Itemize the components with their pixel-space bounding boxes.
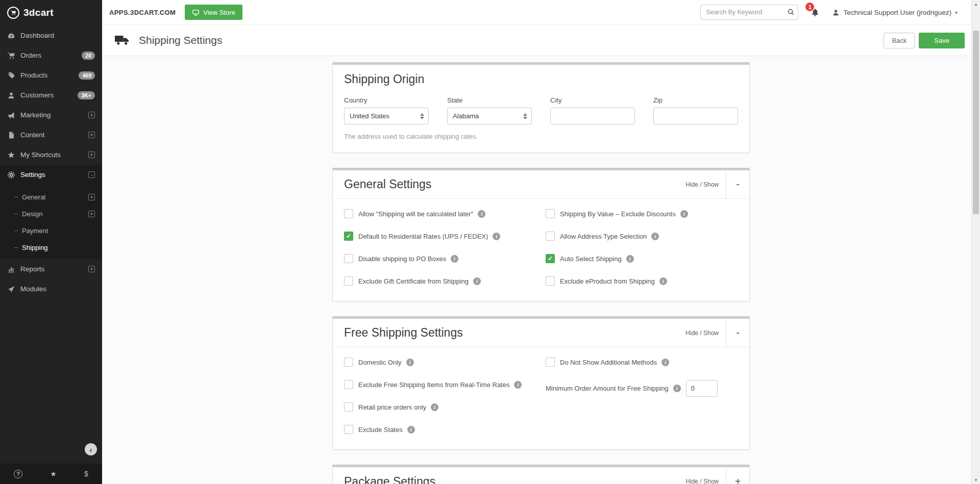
zip-input[interactable] bbox=[653, 108, 738, 124]
sidebar-item-content[interactable]: Content + bbox=[0, 125, 102, 145]
checkbox-label: Allow Address Type Selection bbox=[560, 233, 647, 240]
search-input[interactable] bbox=[700, 5, 798, 20]
info-icon[interactable]: i bbox=[473, 277, 481, 285]
expand-button[interactable]: + bbox=[726, 467, 749, 484]
collapse-button[interactable]: - bbox=[726, 319, 749, 347]
card-controls: Hide / Show - bbox=[685, 319, 749, 347]
expand-icon[interactable]: + bbox=[88, 211, 95, 217]
expand-icon[interactable]: + bbox=[88, 151, 95, 158]
sidebar-item-label: Modules bbox=[20, 285, 46, 293]
info-icon[interactable]: i bbox=[406, 359, 414, 366]
info-icon[interactable]: i bbox=[493, 233, 500, 240]
tags-icon bbox=[7, 71, 15, 80]
checkbox-address-type-selection[interactable] bbox=[546, 232, 555, 241]
checkbox-retail-price-only[interactable] bbox=[344, 402, 353, 412]
sidebar-item-marketing[interactable]: Marketing + bbox=[0, 105, 102, 125]
checkbox-exclude-eproduct[interactable] bbox=[546, 276, 555, 286]
expand-icon[interactable]: + bbox=[88, 132, 95, 138]
city-input[interactable] bbox=[550, 108, 635, 124]
hide-show-toggle[interactable]: Hide / Show bbox=[685, 329, 719, 337]
sidebar-subitem-payment[interactable]: Payment bbox=[0, 222, 102, 239]
checkbox-label: Retail price orders only bbox=[358, 403, 426, 411]
checkbox-row: Shipping By Value – Exclude Discounts i bbox=[546, 209, 738, 218]
card-title: Free Shipping Settings bbox=[344, 326, 463, 340]
info-icon[interactable]: i bbox=[407, 426, 415, 434]
sidebar-item-customers[interactable]: Customers 3K+ bbox=[0, 85, 102, 105]
info-icon[interactable]: i bbox=[680, 210, 688, 218]
sidebar-item-label: Dashboard bbox=[20, 32, 54, 39]
favorites-star-icon[interactable]: ★ bbox=[50, 470, 57, 478]
save-button[interactable]: Save bbox=[919, 33, 965, 48]
vertical-scrollbar[interactable]: ▲ ▼ bbox=[971, 0, 980, 484]
hide-show-toggle[interactable]: Hide / Show bbox=[685, 478, 719, 484]
help-icon[interactable]: ? bbox=[14, 470, 22, 478]
sidebar-collapse-button[interactable]: ‹ bbox=[85, 443, 97, 455]
logo[interactable]: 3dcart bbox=[0, 0, 102, 26]
sidebar-item-label: Reports bbox=[20, 265, 44, 273]
user-menu[interactable]: Technical Support User (jrodriguez) ▾ bbox=[832, 9, 958, 16]
collapse-expand-icon[interactable]: - bbox=[88, 171, 95, 178]
hide-show-toggle[interactable]: Hide / Show bbox=[685, 181, 719, 188]
info-icon[interactable]: i bbox=[451, 255, 458, 263]
logo-text: 3dcart bbox=[23, 7, 54, 18]
zip-field: Zip bbox=[653, 96, 738, 124]
sidebar-item-reports[interactable]: Reports + bbox=[0, 259, 102, 279]
view-store-button[interactable]: View Store bbox=[185, 5, 242, 20]
sidebar-item-settings[interactable]: Settings - bbox=[0, 165, 102, 185]
collapse-button[interactable]: - bbox=[726, 170, 749, 198]
sidebar-item-label: Content bbox=[20, 131, 44, 139]
paper-plane-icon bbox=[7, 285, 15, 293]
main-content: Shipping Origin Country United States St… bbox=[102, 56, 980, 484]
info-icon[interactable]: i bbox=[626, 255, 634, 263]
scrollbar-thumb[interactable] bbox=[973, 31, 979, 214]
person-icon bbox=[7, 91, 15, 99]
checkbox-auto-select-shipping[interactable]: ✓ bbox=[546, 254, 555, 263]
scroll-up-arrow-icon[interactable]: ▲ bbox=[972, 0, 980, 8]
info-icon[interactable]: i bbox=[478, 210, 485, 218]
view-store-label: View Store bbox=[203, 9, 235, 16]
tree-dash bbox=[14, 231, 18, 231]
info-icon[interactable]: i bbox=[659, 277, 667, 285]
tree-dash bbox=[14, 197, 18, 197]
checkbox-exclude-free-shipping-items[interactable] bbox=[344, 380, 353, 389]
checkbox-default-residential[interactable]: ✓ bbox=[344, 232, 353, 241]
info-icon[interactable]: i bbox=[673, 385, 681, 392]
sidebar-item-dashboard[interactable]: Dashboard bbox=[0, 26, 102, 45]
info-icon[interactable]: i bbox=[651, 233, 659, 240]
checkbox-disable-po-boxes[interactable] bbox=[344, 254, 353, 263]
checkbox-exclude-states[interactable] bbox=[344, 425, 353, 434]
checkbox-shipping-by-value[interactable] bbox=[546, 209, 555, 218]
info-icon[interactable]: i bbox=[431, 403, 438, 411]
checkbox-row: Do Not Show Additional Methods i bbox=[546, 358, 738, 367]
checkbox-column-right: Shipping By Value – Exclude Discounts i … bbox=[546, 209, 738, 299]
sidebar-item-label: My Shortcuts bbox=[20, 151, 61, 159]
scroll-down-arrow-icon[interactable]: ▼ bbox=[972, 476, 980, 484]
sidebar-item-products[interactable]: Products 469 bbox=[0, 65, 102, 85]
info-icon[interactable]: i bbox=[514, 381, 522, 389]
sidebar-item-orders[interactable]: Orders 20 bbox=[0, 45, 102, 65]
checkbox-domestic-only[interactable] bbox=[344, 358, 353, 367]
min-order-input[interactable] bbox=[686, 380, 718, 397]
state-label: State bbox=[447, 96, 532, 104]
checkbox-row: Exclude Free Shipping Items from Real-Ti… bbox=[344, 380, 546, 389]
expand-icon[interactable]: + bbox=[88, 112, 95, 118]
checkbox-no-additional-methods[interactable] bbox=[546, 358, 555, 367]
sidebar-item-modules[interactable]: Modules bbox=[0, 279, 102, 299]
sidebar-item-my-shortcuts[interactable]: My Shortcuts + bbox=[0, 145, 102, 165]
sidebar-subitem-general[interactable]: General + bbox=[0, 189, 102, 206]
country-select[interactable]: United States bbox=[344, 108, 429, 124]
back-button[interactable]: Back bbox=[884, 33, 915, 48]
notifications-button[interactable]: 1 bbox=[811, 8, 820, 17]
checkbox-row: Exclude eProduct from Shipping i bbox=[546, 276, 738, 286]
state-select[interactable]: Alabama bbox=[447, 108, 532, 124]
expand-icon[interactable]: + bbox=[88, 194, 95, 200]
billing-dollar-icon[interactable]: $ bbox=[84, 470, 88, 478]
sidebar-subitem-design[interactable]: Design + bbox=[0, 206, 102, 222]
expand-icon[interactable]: + bbox=[88, 266, 95, 272]
search-icon[interactable] bbox=[787, 8, 795, 18]
sidebar-subitem-shipping[interactable]: Shipping bbox=[0, 239, 102, 256]
info-icon[interactable]: i bbox=[662, 359, 669, 366]
cart-icon bbox=[7, 52, 15, 60]
checkbox-exclude-gift-certificate[interactable] bbox=[344, 276, 353, 286]
checkbox-allow-calc-later[interactable] bbox=[344, 209, 353, 218]
